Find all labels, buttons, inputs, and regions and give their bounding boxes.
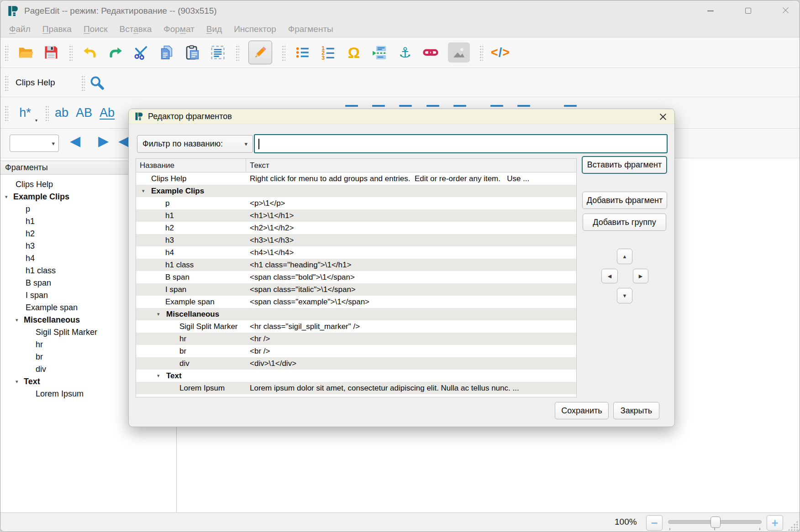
clip-row[interactable]: h2<h2>\1</h2> [136,222,576,234]
clip-row[interactable]: h1<h1>\1</h1> [136,209,576,222]
expander-icon[interactable]: ▾ [157,373,166,379]
forward-button[interactable]: ▶ [98,134,109,148]
toolbar-drag-handle[interactable] [235,44,239,61]
minimize-button[interactable] [704,4,717,18]
save-button[interactable] [43,44,59,61]
menu-item-format[interactable]: Формат [158,24,200,34]
toolbar-drag-handle[interactable] [479,44,483,61]
clip-shortcut-button[interactable]: Clips Help [16,78,55,88]
add-clip-button[interactable]: Добавить фрагмент [582,192,667,209]
special-character-button[interactable]: Ω [346,44,362,61]
menu-item-edit[interactable]: Правка [37,24,78,34]
clip-group-row[interactable]: ▾Miscellaneous [136,308,576,320]
split-section-button[interactable] [371,44,388,61]
uppercase-button[interactable]: AB [76,107,92,119]
paste-button[interactable] [184,44,200,61]
close-dialog-button[interactable]: Закрыть [613,402,659,419]
numbered-list-button[interactable]: 123 [320,44,337,61]
find-button[interactable] [89,74,105,91]
clip-group-row[interactable]: ▾Text [136,370,576,382]
window-controls [704,0,792,21]
clip-text-cell: <span class="italic">\1</span> [246,285,576,294]
cut-button[interactable] [133,44,149,61]
maximize-button[interactable] [741,4,755,18]
dialog-close-button[interactable] [658,112,668,122]
code-view-button[interactable]: </> [492,44,509,61]
expander-icon[interactable]: ▾ [157,311,166,317]
image-button[interactable] [448,42,470,63]
redo-button[interactable] [107,44,124,61]
back-icon-partial[interactable]: ◀ [118,134,129,148]
clip-group-row[interactable]: ▾Example Clips [136,185,576,197]
column-header-text[interactable]: Текст [246,161,269,170]
clip-row[interactable]: B span<span class="bold">\1</span> [136,271,576,283]
menu-item-insert[interactable]: Вставка [114,24,158,34]
close-button[interactable] [779,4,792,18]
clip-row[interactable]: div<div>\1</div> [136,357,576,370]
menu-item-view[interactable]: Вид [200,24,228,34]
zoom-in-button[interactable]: + [767,515,783,531]
clip-row[interactable]: br<br /> [136,345,576,357]
toolbar-drag-handle[interactable] [4,74,8,91]
toolbar-drag-handle[interactable] [281,44,285,61]
undo-button[interactable] [82,44,98,61]
menu-label-mnemonic: а [133,24,138,34]
hidden-button-underline [453,105,466,107]
tree-item-label: h2 [26,229,35,239]
add-group-button[interactable]: Добавить группу [583,214,666,231]
heading-style-button[interactable]: h* ▾ [15,107,36,119]
filter-input[interactable] [255,135,667,152]
clip-row[interactable]: Sigil Split Marker<hr class="sigil_split… [136,320,576,333]
clip-row[interactable]: Lorem IpsumLorem ipsum dolor sit amet, c… [136,382,576,394]
toolbar-drag-handle[interactable] [45,104,49,121]
edit-mode-button[interactable] [248,41,272,64]
clip-row[interactable]: h1 class<h1 class="heading">\1</h1> [136,259,576,271]
clip-row[interactable]: hr<hr /> [136,333,576,345]
link-button[interactable] [422,44,439,61]
clip-row[interactable]: Clips HelpRight click for menu to add gr… [136,172,576,185]
text-caret [258,139,259,149]
move-down-button[interactable]: ▼ [617,288,632,303]
clip-row[interactable]: I span<span class="italic">\1</span> [136,283,576,296]
heading-style-label: h* [19,106,31,120]
zoom-slider-thumb[interactable] [711,516,721,528]
menu-item-search[interactable]: Поиск [78,24,114,34]
clip-row[interactable]: Example span<span class="example">\1</sp… [136,296,576,308]
pageedit-logo-icon [134,112,143,121]
bullet-list-button[interactable] [295,44,311,61]
style-combobox[interactable]: ▾ [10,135,59,152]
capitalize-button[interactable]: Ab [100,107,115,119]
anchor-button[interactable]: ⚓ [397,44,413,61]
column-header-name[interactable]: Название [136,159,246,172]
open-button[interactable] [17,44,34,61]
filter-mode-combobox[interactable]: Фильтр по названию: ▾ [137,135,253,153]
toolbar-drag-handle[interactable] [4,104,8,121]
menu-item-clips[interactable]: Фрагменты [282,24,339,34]
move-up-button[interactable]: ▲ [617,249,632,264]
clip-row[interactable]: h4<h4>\1</h4> [136,246,576,259]
zoom-out-button[interactable]: − [646,515,663,531]
copy-button[interactable] [158,44,175,61]
back-button[interactable]: ◀ [70,134,80,148]
toolbar-drag-handle[interactable] [68,44,73,61]
expander-icon[interactable]: ▾ [16,379,24,385]
lowercase-button[interactable]: ab [55,107,68,119]
zoom-slider[interactable] [668,515,762,531]
menu-label-mnemonic: Ф [9,24,16,34]
expander-icon[interactable]: ▾ [142,188,151,194]
resize-grip[interactable] [788,521,798,531]
menu-item-inspector[interactable]: Инспектор [228,24,282,34]
toolbar-drag-handle[interactable] [81,74,85,91]
menu-item-file[interactable]: Файл [3,24,37,34]
expander-icon[interactable]: ▾ [16,317,24,323]
chevron-down-icon[interactable]: ▾ [35,118,37,123]
clip-row[interactable]: h3<h3>\1</h3> [136,234,576,246]
expander-icon[interactable]: ▾ [5,194,13,200]
clip-row[interactable]: p<p>\1</p> [136,197,576,209]
save-button[interactable]: Сохранить [555,402,609,419]
move-right-button[interactable]: ▶ [633,269,648,283]
move-left-button[interactable]: ◀ [601,269,618,283]
insert-clip-button[interactable]: Вставить фрагмент [582,156,667,174]
select-all-button[interactable] [210,44,226,61]
toolbar-drag-handle[interactable] [4,44,8,61]
